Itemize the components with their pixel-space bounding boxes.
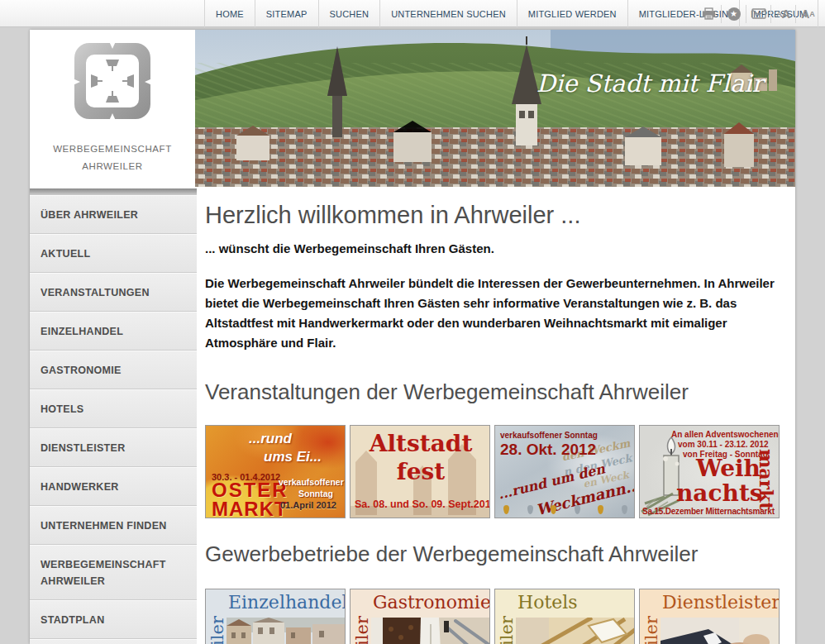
drop-icon — [527, 505, 533, 514]
page-title: Herzlich willkommen in Ahrweiler ... — [205, 202, 795, 229]
category-vertical-text: iler — [497, 616, 517, 644]
event-weihnachtsmarkt-image[interactable]: An allen Adventswochenenden vom 30.11 - … — [639, 425, 780, 518]
sidebar-item-hotels[interactable]: HOTELS — [30, 389, 197, 428]
main-container: WERBEGEMEINSCHAFT AHRWEILER — [30, 30, 795, 644]
weihnacht-note: An allen Adventswochenenden — [671, 430, 780, 439]
ostermarkt-text: ums Ei... — [264, 449, 322, 465]
categories-section-title: Gewerbebetriebe der Werbegemeinschaft Ah… — [205, 541, 795, 567]
header-panorama-photo: Die Stadt mit Flair — [195, 30, 795, 187]
logo-caption: WERBEGEMEINSCHAFT AHRWEILER — [30, 141, 195, 175]
category-vertical-text: iler — [641, 616, 661, 644]
font-size-increase-icon[interactable]: AA — [795, 5, 820, 23]
category-dienstleister-image[interactable]: Dienstleister iler — [639, 589, 780, 644]
category-tiles-row: Einzelhandel iler — [205, 589, 795, 644]
hotel-room-photo — [516, 618, 635, 644]
font-size-decrease-icon[interactable]: AA — [770, 5, 795, 23]
intro-paragraph: Die Werbegemeinschaft Ahrweiler bündelt … — [205, 274, 784, 353]
ostermarkt-text: ...rund — [249, 431, 292, 447]
ostermarkt-note: Sonntag — [298, 489, 333, 499]
drop-icon — [575, 505, 580, 514]
category-gastronomie-image[interactable]: Gastronomie iler — [350, 589, 490, 644]
sidebar-item-unternehmen-finden[interactable]: UNTERNEHMEN FINDEN — [30, 506, 197, 545]
handshake-photo — [660, 618, 780, 644]
nav-mitglied-werden[interactable]: MITGLIED WERDEN — [517, 0, 627, 27]
altstadtfest-date: Sa. 08. und So. 09. Sept.2012 — [355, 499, 490, 510]
bookmark-star-icon[interactable]: ★ — [721, 5, 746, 23]
sidebar-top-strip — [30, 188, 197, 195]
toolbar-icons: ★ AA AA — [696, 0, 820, 27]
ostermarkt-note: 01.April 2012 — [280, 500, 336, 510]
drop-icon — [551, 505, 556, 514]
sidebar-item-einzelhandel[interactable]: EINZELHANDEL — [30, 312, 197, 351]
ostermarkt-title: MARKT — [212, 499, 288, 518]
werbegemeinschaft-logo-icon — [69, 38, 155, 131]
weihnacht-note: vom 30.11 - 23.12. 2012 — [678, 440, 769, 449]
drop-icon — [598, 505, 603, 514]
print-icon[interactable] — [696, 5, 721, 23]
category-label: Einzelhandel — [228, 593, 346, 613]
sidebar-item-werbegemeinschaft[interactable]: WERBEGEMEINSCHAFT AHRWEILER — [30, 545, 197, 600]
events-section-title: Veranstaltungen der Werbegemeinschaft Ah… — [205, 379, 795, 405]
category-label: Dienstleister — [662, 593, 780, 613]
sidebar-item-weitere-links[interactable]: WEITERE LINKS ZU AHRWEILER — [30, 639, 197, 644]
category-label: Hotels — [517, 593, 578, 613]
event-ostermarkt-image[interactable]: ...rund ums Ei... 30.3. - 01.4.2012 OSTE… — [205, 425, 346, 518]
email-icon[interactable] — [746, 5, 770, 23]
altstadtfest-title: fest — [351, 460, 490, 484]
nav-home[interactable]: HOME — [204, 0, 255, 27]
sidebar-item-gastronomie[interactable]: GASTRONOMIE — [30, 351, 197, 389]
nav-unternehmen-suchen[interactable]: UNTERNEHMEN SUCHEN — [379, 0, 517, 27]
street-photo — [227, 618, 346, 644]
category-hotels-image[interactable]: Hotels iler — [494, 589, 635, 644]
category-vertical-text: iler — [207, 616, 227, 644]
city-tagline: Die Stadt mit Flair — [517, 69, 782, 98]
nav-suchen[interactable]: SUCHEN — [318, 0, 380, 27]
sidebar-menu: ÜBER AHRWEILER AKTUELL VERANSTALTUNGEN E… — [30, 188, 197, 644]
logo-link[interactable]: WERBEGEMEINSCHAFT AHRWEILER — [30, 30, 195, 187]
logo-caption-line1: WERBEGEMEINSCHAFT — [30, 141, 195, 158]
weihnacht-title: Weih — [696, 457, 761, 480]
weckmann-date: 28. Okt. 2012 — [500, 441, 596, 459]
ostermarkt-note: verkaufsoffener — [279, 477, 344, 487]
weckmann-note: verkaufsoffener Sonntag — [500, 431, 598, 440]
event-altstadtfest-image[interactable]: Altstadt fest Sa. 08. und So. 09. Sept.2… — [350, 425, 490, 518]
category-vertical-text: iler — [352, 616, 372, 644]
sidebar-item-stadtplan[interactable]: STADTPLAN — [30, 600, 197, 639]
flame-drops — [503, 505, 627, 514]
top-utility-bar: HOME SITEMAP SUCHEN UNTERNEHMEN SUCHEN M… — [0, 0, 825, 27]
sidebar-item-handwerker[interactable]: HANDWERKER — [30, 467, 197, 506]
weihnacht-date: Sa.15.Dezember Mitternachtsmarkt — [642, 507, 775, 516]
main-content: Herzlich willkommen in Ahrweiler ... ...… — [205, 188, 795, 644]
welcome-subtitle: ... wünscht die Werbegemeinschaft Ihren … — [205, 241, 795, 255]
sidebar-item-veranstaltungen[interactable]: VERANSTALTUNGEN — [30, 273, 197, 312]
drop-icon — [503, 505, 509, 514]
sidebar-item-ueber-ahrweiler[interactable]: ÜBER AHRWEILER — [30, 195, 197, 234]
altstadtfest-title: Altstadt — [351, 432, 490, 456]
sidebar-item-dienstleister[interactable]: DIENSTLEISTER — [30, 428, 197, 467]
event-tiles-row: ...rund ums Ei... 30.3. - 01.4.2012 OSTE… — [205, 425, 795, 518]
page: HOME SITEMAP SUCHEN UNTERNEHMEN SUCHEN M… — [0, 0, 825, 644]
weihnacht-title: nachts — [676, 482, 763, 505]
sidebar-item-aktuell[interactable]: AKTUELL — [30, 234, 197, 273]
drop-icon — [622, 505, 627, 514]
weihnacht-title-vertical: markt — [756, 449, 777, 511]
category-einzelhandel-image[interactable]: Einzelhandel iler — [205, 589, 346, 644]
nav-sitemap[interactable]: SITEMAP — [255, 0, 318, 27]
chef-photo — [371, 618, 490, 644]
logo-caption-line2: AHRWEILER — [30, 158, 195, 175]
category-label: Gastronomie — [373, 593, 490, 613]
event-weckmann-image[interactable]: den Weckm n den Weck en Weck verkaufsoff… — [494, 425, 635, 518]
panorama-scene — [195, 30, 795, 187]
